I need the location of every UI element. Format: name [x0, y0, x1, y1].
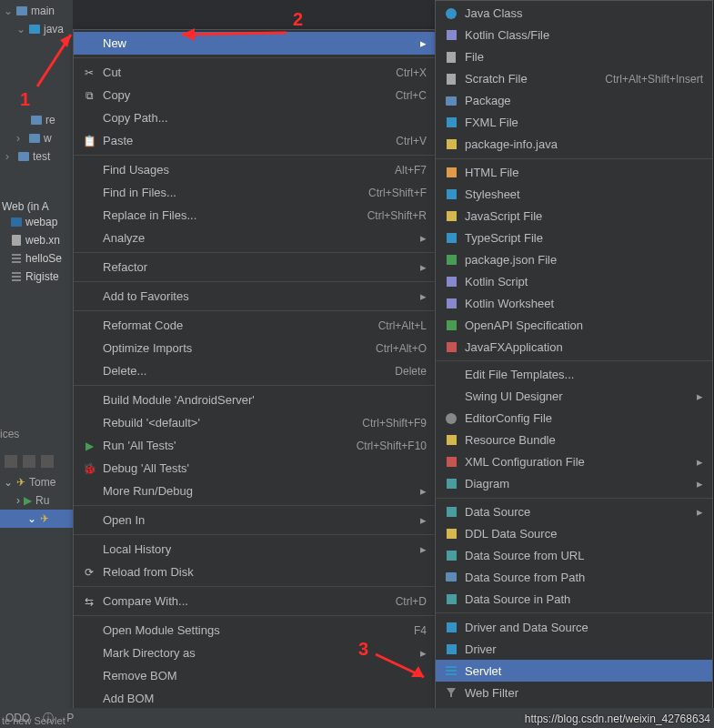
blue-icon — [443, 644, 459, 654]
menu-item[interactable]: More Run/Debug▸ — [74, 480, 436, 502]
new-submenu[interactable]: Java ClassKotlin Class/FileFileScratch F… — [435, 0, 713, 728]
context-menu[interactable]: New▸✂CutCtrl+X⧉CopyCtrl+CCopy Path...📋Pa… — [73, 29, 437, 728]
menu-item[interactable]: ⇆Compare With...Ctrl+D — [74, 590, 436, 612]
service-item[interactable]: ⌄✈ — [0, 510, 73, 528]
menu-label: Build Module 'AndroidServer' — [103, 393, 427, 407]
menu-item[interactable]: ⧉CopyCtrl+C — [74, 84, 436, 106]
menu-item[interactable]: Web Filter — [436, 682, 712, 703]
menu-item[interactable]: File — [436, 46, 712, 68]
menu-item[interactable]: ✂CutCtrl+X — [74, 61, 436, 84]
menu-label: Add BOM — [103, 692, 427, 705]
menu-item[interactable]: New▸ — [74, 32, 436, 55]
menu-item[interactable]: 📋PasteCtrl+V — [74, 129, 436, 152]
menu-separator — [74, 57, 436, 58]
menu-item[interactable]: 🐞Debug 'All Tests' — [74, 457, 436, 480]
tree-item[interactable]: webap — [0, 213, 62, 231]
menu-item[interactable]: Resource Bundle — [436, 430, 712, 451]
project-tree[interactable]: ⌄ main ⌄ java re › w › test — [0, 0, 73, 728]
menu-item[interactable]: Data Source from Path — [436, 566, 712, 588]
menu-item[interactable]: Remove BOM — [74, 664, 436, 687]
menu-item[interactable]: ▶Run 'All Tests'Ctrl+Shift+F10 — [74, 434, 436, 457]
menu-label: Cut — [103, 66, 388, 79]
tree-item[interactable]: › w — [0, 129, 73, 147]
services-panel: ⌄✈Tome ›▶Ru ⌄✈ — [0, 473, 73, 528]
menu-item[interactable]: Mark Directory as▸ — [74, 642, 436, 664]
submenu-arrow-icon: ▸ — [420, 289, 427, 303]
menu-item[interactable]: Driver and Data Source — [436, 616, 712, 638]
menu-shortcut: Ctrl+Shift+F10 — [357, 440, 427, 452]
tb-icon[interactable] — [23, 455, 35, 468]
menu-item[interactable]: Build Module 'AndroidServer' — [74, 389, 436, 411]
menu-item[interactable]: Reformat CodeCtrl+Alt+L — [74, 314, 436, 337]
status-p[interactable]: P — [66, 712, 74, 724]
green-icon — [443, 255, 459, 265]
menu-item[interactable]: Replace in Files...Ctrl+Shift+R — [74, 204, 436, 227]
circle-icon — [443, 8, 459, 19]
menu-item[interactable]: Add to Favorites▸ — [74, 285, 436, 308]
menu-item[interactable]: XML Configuration File▸ — [436, 451, 712, 473]
menu-item[interactable]: TypeScript File — [436, 227, 712, 248]
menu-item[interactable]: Copy Path... — [74, 106, 436, 129]
menu-item[interactable]: package-info.java — [436, 134, 712, 156]
tree-item[interactable]: Rigiste — [0, 268, 62, 286]
menu-item[interactable]: JavaScript File — [436, 205, 712, 227]
menu-item[interactable]: Find UsagesAlt+F7 — [74, 158, 436, 181]
tree-item[interactable]: web.xn — [0, 231, 62, 249]
tree-item[interactable]: ⌄ java — [0, 20, 73, 38]
menu-item[interactable]: Kotlin Class/File — [436, 25, 712, 46]
menu-label: Package — [465, 94, 703, 107]
tree-item[interactable]: re — [0, 111, 73, 129]
menu-item[interactable]: DDL Data Source — [436, 523, 712, 545]
menu-item[interactable]: package.json File — [436, 248, 712, 270]
service-item[interactable]: ⌄✈Tome — [0, 473, 73, 491]
debug-icon: 🐞 — [81, 462, 97, 475]
menu-item[interactable]: Optimize ImportsCtrl+Alt+O — [74, 337, 436, 359]
menu-label: Debug 'All Tests' — [103, 461, 427, 475]
menu-item[interactable]: EditorConfig File — [436, 408, 712, 430]
menu-item[interactable]: Java Class — [436, 3, 712, 25]
menu-item[interactable]: FXML File — [436, 112, 712, 134]
tb-icon[interactable] — [41, 455, 54, 468]
tree-item[interactable]: helloSe — [0, 249, 62, 268]
menu-label: FXML File — [465, 116, 703, 129]
menu-item[interactable]: Kotlin Worksheet — [436, 292, 712, 314]
menu-item[interactable]: Driver — [436, 638, 712, 660]
menu-item[interactable]: Refactor▸ — [74, 256, 436, 278]
menu-item[interactable]: Edit File Templates... — [436, 364, 712, 386]
submenu-arrow-icon: ▸ — [420, 36, 427, 50]
menu-item[interactable]: Data Source▸ — [436, 501, 712, 523]
yellow-icon — [443, 211, 459, 221]
menu-item[interactable]: Servlet — [436, 660, 712, 682]
tb-icon[interactable] — [5, 455, 17, 468]
scissors-icon: ✂ — [81, 66, 97, 79]
compare-icon: ⇆ — [81, 595, 97, 608]
service-item[interactable]: ›▶Ru — [0, 491, 73, 510]
yellow-icon — [443, 529, 459, 539]
menu-shortcut: Ctrl+Alt+O — [376, 342, 427, 355]
menu-item[interactable]: Delete...Delete — [74, 359, 436, 382]
menu-item[interactable]: Stylesheet — [436, 184, 712, 206]
menu-item[interactable]: Diagram▸ — [436, 473, 712, 495]
menu-item[interactable]: Open Module SettingsF4 — [74, 619, 436, 642]
menu-item[interactable]: Add BOM — [74, 687, 436, 710]
tree-item[interactable]: › test — [0, 147, 73, 166]
menu-item[interactable]: Scratch FileCtrl+Alt+Shift+Insert — [436, 68, 712, 90]
menu-item[interactable]: Data Source from URL — [436, 545, 712, 567]
menu-shortcut: Ctrl+Alt+L — [378, 319, 427, 332]
menu-item[interactable]: Data Source in Path — [436, 588, 712, 610]
menu-label: File — [465, 50, 703, 64]
menu-item[interactable]: Analyze▸ — [74, 227, 436, 249]
menu-item[interactable]: Kotlin Script — [436, 270, 712, 292]
menu-item[interactable]: Swing UI Designer▸ — [436, 386, 712, 408]
menu-item[interactable]: JavaFXApplication — [436, 336, 712, 358]
tree-item[interactable]: ⌄ main — [0, 2, 73, 20]
menu-item[interactable]: Open In▸ — [74, 509, 436, 531]
menu-item[interactable]: Find in Files...Ctrl+Shift+F — [74, 181, 436, 204]
menu-item[interactable]: OpenAPI Specification — [436, 314, 712, 336]
menu-item[interactable]: Rebuild '<default>'Ctrl+Shift+F9 — [74, 411, 436, 434]
menu-label: Open In — [103, 513, 413, 527]
menu-item[interactable]: Local History▸ — [74, 538, 436, 561]
menu-item[interactable]: Package — [436, 90, 712, 112]
menu-item[interactable]: HTML File — [436, 162, 712, 184]
menu-item[interactable]: ⟳Reload from Disk — [74, 561, 436, 583]
